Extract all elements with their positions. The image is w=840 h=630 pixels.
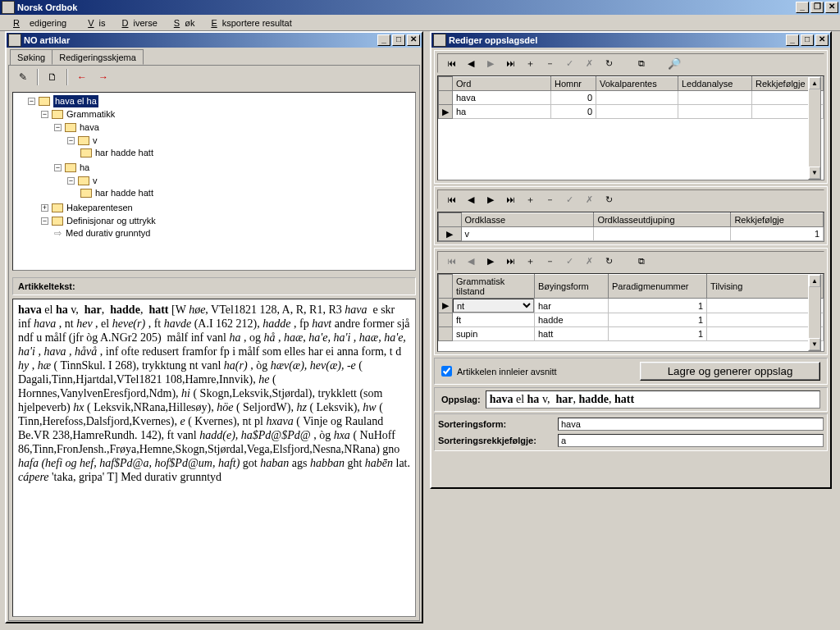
tab-soking[interactable]: Søking [10,49,52,65]
table-row[interactable]: ▶ v 1 [439,227,824,241]
remove-icon[interactable]: － [541,254,558,267]
tree-ha[interactable]: ha [80,162,89,174]
app-title: Norsk Ordbok [17,2,796,12]
sortrekke-input[interactable] [558,434,824,447]
article-tree[interactable]: −hava el ha −Grammatikk −hava −v [12,92,416,271]
col-rekke2[interactable]: Rekkjefølgje [731,213,824,227]
tab-redigeringsskjema[interactable]: Redigeringsskjema [52,49,144,65]
tree-hava[interactable]: hava [80,121,99,134]
table-row[interactable]: hava 0 1 [439,91,824,105]
prev-icon[interactable]: ◀ [463,193,479,206]
scroll-up-icon[interactable]: ▲ [809,77,820,89]
child-minimize-button[interactable]: _ [377,34,390,46]
next-icon[interactable]: ▶ [482,57,499,70]
folder-open-icon [65,123,76,132]
cancel-icon[interactable]: ✗ [581,193,597,206]
copy-icon[interactable]: ⧉ [633,57,650,70]
commit-icon[interactable]: ✓ [561,57,578,70]
copy-icon[interactable]: ⧉ [633,254,650,267]
commit-icon[interactable]: ✓ [561,193,578,206]
table-row[interactable]: ft hadde 1 [439,313,824,327]
refresh-icon[interactable]: ↻ [600,57,617,70]
remove-icon[interactable]: － [541,193,558,206]
section-start-checkbox[interactable] [441,366,452,377]
nav-prev-icon[interactable]: ← [73,69,91,85]
col-ord[interactable]: Ord [453,77,551,91]
tree-inflection-1[interactable]: har hadde hatt [95,147,153,159]
cancel-icon[interactable]: ✗ [581,57,597,70]
grid-ordklasse[interactable]: Ordklasse Ordklasseutdjuping Rekkjefølgj… [437,212,824,242]
first-icon[interactable]: ⏮ [443,254,459,267]
last-icon[interactable]: ⏭ [502,193,518,206]
col-paradigme[interactable]: Paradigmenummer [609,275,707,299]
next-icon[interactable]: ▶ [482,254,499,267]
tree-inflection-2[interactable]: har hadde hatt [95,187,153,199]
col-ledd[interactable]: Leddanalyse [678,77,752,91]
restore-button[interactable]: ❐ [810,2,824,13]
scroll-up-icon[interactable]: ▲ [809,275,820,287]
child-minimize-button[interactable]: _ [786,34,799,46]
tree-hakeparentesen[interactable]: Hakeparentesen [66,202,133,214]
scroll-down-icon[interactable]: ▼ [809,167,820,179]
tree-root[interactable]: hava el ha [53,95,98,107]
add-icon[interactable]: ＋ [522,254,538,267]
toolbar-new-icon[interactable]: 🗋 [43,69,62,85]
tilstand-select[interactable]: nt [453,299,534,313]
generate-button[interactable]: Lagre og generer oppslag [640,362,820,381]
col-vokal[interactable]: Vokalparentes [596,77,678,91]
menu-redigering[interactable]: Redigering [3,16,76,29]
child-maximize-button[interactable]: □ [801,34,814,46]
cancel-icon[interactable]: ✗ [581,254,597,267]
sortform-label: Sorteringsform: [438,419,553,429]
scroll-down-icon[interactable]: ▼ [809,338,820,350]
minimize-button[interactable]: _ [796,2,809,13]
prev-icon[interactable]: ◀ [463,57,479,70]
tree-med-durativ[interactable]: Med durativ grunntyd [66,227,150,240]
menu-eksport[interactable]: Eksportere resultat [201,16,296,29]
col-tilstand[interactable]: Grammatisk tilstand [453,275,535,299]
first-icon[interactable]: ⏮ [443,193,459,206]
grid-ord[interactable]: Ord Homnr Vokalparentes Leddanalyse Rekk… [437,75,824,180]
last-icon[interactable]: ⏭ [502,57,518,70]
search-icon[interactable]: 🔎 [666,57,682,70]
refresh-icon[interactable]: ↻ [600,254,617,267]
refresh-icon[interactable]: ↻ [600,193,617,206]
add-icon[interactable]: ＋ [522,57,538,70]
remove-icon[interactable]: － [541,57,558,70]
window-title: NO artiklar [24,35,377,45]
window-title-right: Rediger oppslagsdel [449,35,786,45]
table-row[interactable]: ▶ nt har 1 [439,299,824,313]
menu-sok[interactable]: Søk [164,16,200,29]
sortform-input[interactable] [558,418,824,431]
toolbar-params-icon[interactable]: ✎ [14,69,32,85]
col-ordklasse[interactable]: Ordklasse [461,213,594,227]
next-icon[interactable]: ▶ [482,193,499,206]
commit-icon[interactable]: ✓ [561,254,578,267]
last-icon[interactable]: ⏭ [502,254,518,267]
table-row[interactable]: ▶ ha 0 2 [439,105,824,119]
first-icon[interactable]: ⏮ [443,57,459,70]
tree-v-1[interactable]: v [93,135,98,147]
tree-grammatikk[interactable]: Grammatikk [66,108,115,121]
prev-icon[interactable]: ◀ [463,254,479,267]
menu-diverse[interactable]: Diverse [112,16,162,29]
child-maximize-button[interactable]: □ [392,34,405,46]
col-homnr[interactable]: Homnr [551,77,596,91]
grid-boying[interactable]: Grammatisk tilstand Bøyingsform Paradigm… [437,273,824,352]
add-icon[interactable]: ＋ [522,193,538,206]
app-menubar: Redigering Vis Diverse Søk Eksportere re… [0,15,840,31]
menu-vis[interactable]: Vis [78,16,110,29]
child-close-button[interactable]: ✕ [407,34,420,46]
child-close-button[interactable]: ✕ [815,34,829,46]
col-form[interactable]: Bøyingsform [535,275,609,299]
table-row[interactable]: supin hatt 1 [439,327,824,341]
nav-next-icon[interactable]: → [94,69,112,85]
expander-icon[interactable]: − [28,98,35,105]
tree-definisjonar[interactable]: Definisjonar og uttrykk [66,215,156,227]
app-titlebar: Norsk Ordbok _ ❐ ✕ [0,0,840,15]
close-button[interactable]: ✕ [825,2,838,13]
col-tilvising[interactable]: Tilvising [707,275,824,299]
tree-v-2[interactable]: v [93,175,98,187]
col-utdjuping[interactable]: Ordklasseutdjuping [594,213,731,227]
folder-open-icon [78,176,89,185]
